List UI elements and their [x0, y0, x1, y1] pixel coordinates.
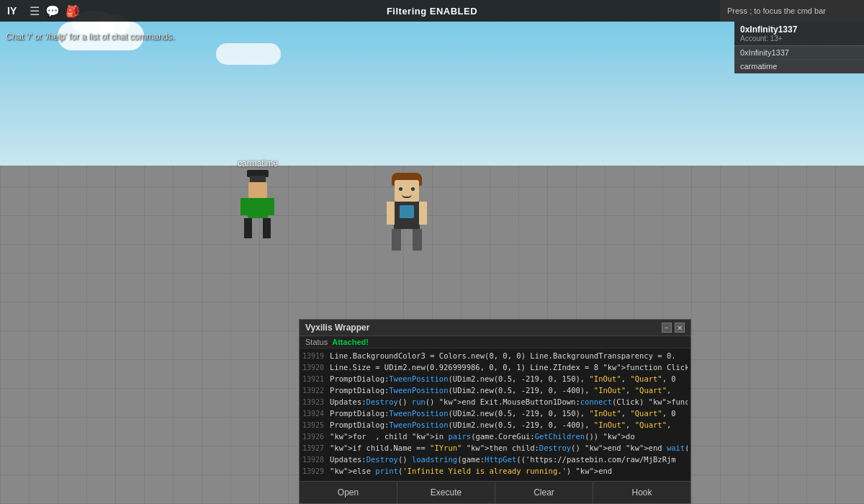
hook-button[interactable]: Hook — [593, 482, 690, 503]
line-number: 13928 — [302, 456, 330, 464]
line-content: PromptDialog:TweenPosition(UDim2.new(0.5… — [330, 409, 676, 418]
menu-icon[interactable]: ☰ — [30, 4, 40, 18]
main-body — [382, 173, 432, 266]
vyxilis-panel: Vyxilis Wrapper − ✕ Status Attached! 139… — [299, 319, 691, 504]
account-username: 0xInfinity1337 — [740, 24, 858, 35]
line-number: 13926 — [302, 433, 330, 441]
line-number: 13923 — [302, 398, 330, 406]
game-viewport: IY ☰ 💬 🎒 Filtering ENABLED Press ; to fo… — [0, 0, 864, 504]
account-player-1[interactable]: 0xInfinity1337 — [734, 46, 864, 60]
code-line: 13922PromptDialog:TweenPosition(UDim2.ne… — [300, 386, 690, 397]
code-line: 13923Updates:Destroy() run() "kw">end Ex… — [300, 397, 690, 409]
account-name-bar: 0xInfinity1337 Account: 13+ — [734, 22, 864, 46]
account-sub: Account: 13+ — [740, 35, 858, 42]
vyxilis-controls: − ✕ — [662, 323, 685, 333]
topbar-logo: IY — [0, 5, 24, 17]
chat-hint: Chat '/' or '/help' for a list of chat c… — [6, 32, 175, 42]
line-content: PromptDialog:TweenPosition(UDim2.new(0.5… — [330, 386, 671, 395]
topbar-icons: ☰ 💬 🎒 — [24, 4, 86, 18]
line-content: "kw">for _, child "kw">in pairs(game.Cor… — [330, 432, 635, 441]
character-main — [382, 173, 432, 266]
code-line: 13928Updates:Destroy() loadstring(game:H… — [300, 455, 690, 467]
code-line: 13919Line.BackgroundColor3 = Colors.new(… — [300, 351, 690, 363]
line-number: 13922 — [302, 387, 330, 395]
account-panel: 0xInfinity1337 Account: 13+ 0xInfinity13… — [734, 22, 864, 73]
open-button[interactable]: Open — [300, 482, 397, 503]
close-button[interactable]: ✕ — [675, 323, 685, 333]
account-player-2[interactable]: carmatime — [734, 60, 864, 73]
status-value: Attached! — [332, 338, 369, 346]
line-number: 13919 — [302, 352, 330, 360]
cmd-bar-hint: Press ; to focus the cmd bar — [720, 0, 864, 22]
line-content: PromptDialog:TweenPosition(UDim2.new(0.5… — [330, 374, 676, 383]
vyxilis-status-bar: Status Attached! — [300, 336, 690, 348]
code-line: 13924PromptDialog:TweenPosition(UDim2.ne… — [300, 409, 690, 420]
line-number: 13925 — [302, 421, 330, 429]
line-content: "kw">if child.Name == "IYrun" "kw">then … — [330, 444, 688, 452]
line-number: 13921 — [302, 375, 330, 383]
filtering-label: Filtering ENABLED — [387, 6, 477, 17]
line-number: 13929 — [302, 467, 330, 475]
backpack-icon[interactable]: 🎒 — [66, 4, 80, 18]
line-content: Line.BackgroundColor3 = Colors.new(0, 0,… — [330, 351, 676, 360]
vyxilis-buttons: Open Execute Clear Hook — [300, 481, 690, 503]
line-content: PromptDialog:TweenPosition(UDim2.new(0.5… — [330, 420, 671, 429]
status-label: Status — [305, 338, 328, 346]
code-line: 13929"kw">else print('Infinite Yield is … — [300, 467, 690, 478]
chat-area: Chat '/' or '/help' for a list of chat c… — [0, 29, 181, 45]
character-carmatime: carmatime — [238, 158, 278, 249]
vyxilis-titlebar: Vyxilis Wrapper − ✕ — [300, 320, 690, 336]
execute-button[interactable]: Execute — [397, 482, 495, 503]
code-line: 13921PromptDialog:TweenPosition(UDim2.ne… — [300, 374, 690, 386]
line-content: "kw">else print('Infinite Yield is alrea… — [330, 467, 612, 475]
minimize-button[interactable]: − — [662, 323, 672, 333]
topbar: IY ☰ 💬 🎒 Filtering ENABLED Press ; to fo… — [0, 0, 864, 22]
vyxilis-title: Vyxilis Wrapper — [305, 323, 369, 333]
line-content: Line.Size = UDim2.new(0.926999986, 0, 0,… — [330, 363, 688, 372]
carmatime-body — [238, 170, 277, 249]
clear-button[interactable]: Clear — [495, 482, 593, 503]
code-line: 13925PromptDialog:TweenPosition(UDim2.ne… — [300, 420, 690, 432]
line-number: 13920 — [302, 364, 330, 372]
line-content: Updates:Destroy() run() "kw">end Exit.Mo… — [330, 397, 688, 406]
code-line: 13927"kw">if child.Name == "IYrun" "kw">… — [300, 444, 690, 455]
line-number: 13927 — [302, 444, 330, 452]
line-content: Updates:Destroy() loadstring(game:HttpGe… — [330, 455, 676, 464]
cloud-2 — [216, 43, 281, 65]
code-line: 13926"kw">for _, child "kw">in pairs(gam… — [300, 432, 690, 444]
line-number: 13924 — [302, 410, 330, 418]
code-editor[interactable]: 13919Line.BackgroundColor3 = Colors.new(… — [300, 348, 690, 481]
chat-icon[interactable]: 💬 — [45, 4, 60, 18]
carmatime-label: carmatime — [238, 158, 278, 168]
code-line: 13920Line.Size = UDim2.new(0.926999986, … — [300, 363, 690, 374]
